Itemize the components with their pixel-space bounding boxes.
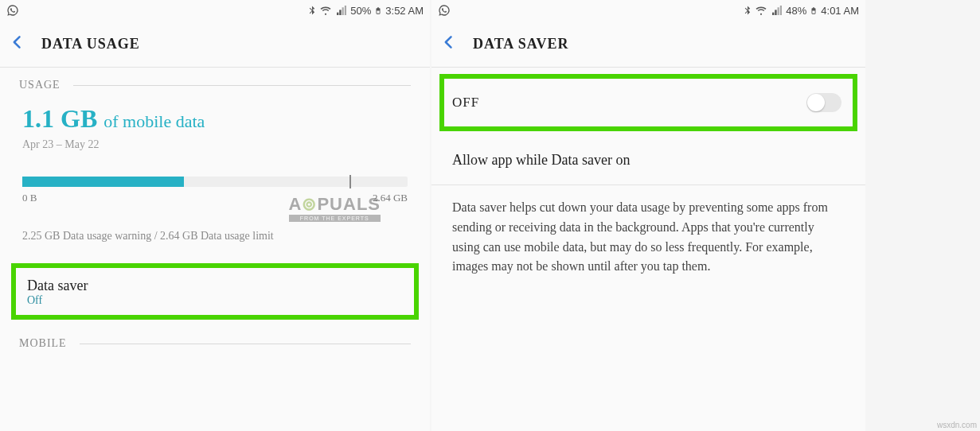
usage-progress: 0 B 2.64 GB [0, 159, 430, 211]
whatsapp-icon [438, 4, 451, 17]
divider [431, 67, 865, 68]
battery-icon [810, 5, 818, 17]
appbar-left: DATA USAGE [0, 21, 430, 67]
clock-right: 4:01 AM [821, 5, 859, 17]
wifi-icon [755, 6, 767, 16]
clock-left: 3:52 AM [385, 5, 424, 17]
signal-icon [335, 6, 347, 16]
usage-of-label: of mobile data [103, 111, 205, 131]
back-icon[interactable] [441, 34, 457, 53]
battery-icon [374, 5, 382, 17]
toggle-label: OFF [452, 95, 479, 111]
page-title-right: DATA SAVER [473, 36, 569, 52]
phone-left: 50% 3:52 AM DATA USAGE USAGE 1.1 GB of m… [0, 0, 430, 431]
usage-note: 2.25 GB Data usage warning / 2.64 GB Dat… [0, 211, 430, 258]
progress-max: 2.64 GB [373, 192, 408, 204]
toggle-switch[interactable] [806, 93, 841, 112]
progress-min: 0 B [22, 192, 37, 204]
whatsapp-icon [6, 4, 19, 17]
data-saver-row[interactable]: Data saver Off [24, 276, 406, 309]
data-saver-title: Data saver [27, 278, 403, 294]
bluetooth-icon [307, 5, 316, 16]
usage-amount: 1.1 GB [22, 104, 97, 133]
appbar-right: DATA SAVER [431, 21, 865, 67]
statusbar-right: 48% 4:01 AM [431, 0, 865, 21]
usage-summary[interactable]: 1.1 GB of mobile data Apr 23 – May 22 [0, 99, 430, 159]
footer-credit: wsxdn.com [937, 421, 977, 429]
highlight-data-saver-row: Data saver Off [11, 263, 419, 320]
usage-period: Apr 23 – May 22 [22, 138, 408, 151]
phone-right: 48% 4:01 AM DATA SAVER OFF Allow app whi… [431, 0, 865, 431]
bluetooth-icon [743, 5, 752, 16]
data-saver-toggle-row[interactable]: OFF [447, 79, 849, 126]
section-mobile-label: MOBILE [19, 337, 67, 350]
allow-app-row[interactable]: Allow app while Data saver on [431, 136, 865, 184]
data-saver-description: Data saver helps cut down your data usag… [431, 185, 865, 289]
page-title-left: DATA USAGE [41, 36, 140, 52]
wifi-icon [319, 6, 332, 16]
data-saver-status: Off [27, 294, 403, 307]
section-mobile: MOBILE [0, 326, 430, 358]
progress-warning-tick [349, 175, 351, 188]
signal-icon [771, 6, 783, 16]
back-icon[interactable] [10, 34, 25, 53]
battery-pct-left: 50% [350, 5, 371, 17]
toggle-knob [807, 94, 825, 111]
section-usage: USAGE [0, 68, 430, 99]
progress-fill [22, 177, 184, 187]
progress-track [22, 177, 408, 187]
statusbar-left: 50% 3:52 AM [0, 0, 430, 21]
section-usage-label: USAGE [19, 79, 61, 91]
highlight-toggle-row: OFF [439, 74, 857, 131]
battery-pct-right: 48% [786, 5, 806, 17]
